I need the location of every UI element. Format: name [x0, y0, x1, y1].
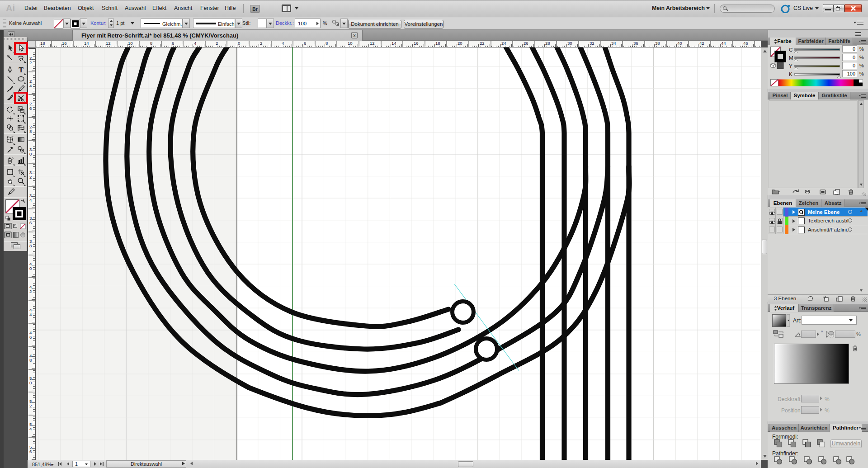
svg-text:T: T: [19, 66, 24, 74]
